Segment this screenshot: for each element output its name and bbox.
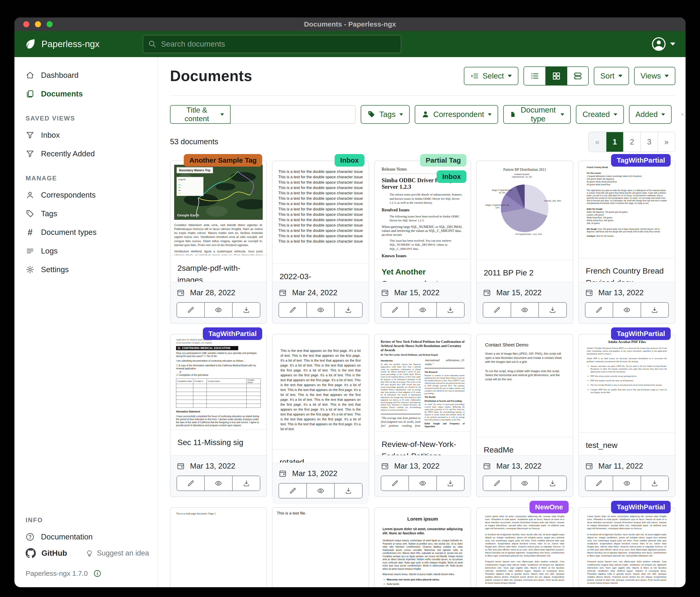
document-thumbnail[interactable]: This is a multi page document. Page 1. — [171, 508, 267, 587]
sidebar-item-github[interactable]: GitHub — [26, 548, 67, 558]
document-title[interactable]: French Country Bread Revised.docx — [579, 258, 675, 282]
view-list-button[interactable] — [524, 67, 545, 85]
document-title[interactable]: Review-of-New-York-Federal-Petitions-art… — [375, 432, 471, 455]
preview-button[interactable] — [613, 476, 641, 491]
document-title[interactable]: rotated — [272, 450, 368, 462]
document-card[interactable]: Review of New York Federal Petitions for… — [374, 334, 471, 497]
document-card[interactable]: TagWithPartial Adobe Acrobat PDF Files A… — [578, 334, 675, 497]
download-button[interactable] — [641, 476, 668, 491]
sidebar-item-document-types[interactable]: # Document types — [26, 225, 150, 240]
download-button[interactable] — [334, 303, 362, 317]
document-thumbnail[interactable]: This is a test file. — [272, 508, 368, 587]
pagination-page-2[interactable]: 2 — [623, 132, 641, 152]
document-title[interactable]: 2sample-pdf-with-images — [171, 256, 267, 282]
sidebar-item-logs[interactable]: Logs — [26, 243, 150, 258]
document-card[interactable]: This is the text that appears on the fir… — [272, 334, 369, 497]
document-title[interactable]: test_new — [579, 433, 675, 455]
close-button[interactable] — [23, 21, 29, 27]
preview-button[interactable] — [204, 303, 232, 317]
edit-button[interactable] — [585, 303, 613, 317]
sidebar-item-documentation[interactable]: Documentation — [26, 529, 150, 544]
document-title[interactable]: Yet Another Correspondent: Testing Email — [375, 259, 471, 282]
pagination-last[interactable]: » — [658, 132, 675, 152]
edit-button[interactable] — [585, 476, 613, 491]
sidebar-item-settings[interactable]: Settings — [26, 262, 150, 277]
edit-button[interactable] — [381, 476, 408, 491]
tag-badge[interactable]: TagWithPartial — [611, 501, 671, 514]
download-button[interactable] — [334, 483, 362, 498]
zoom-button[interactable] — [47, 21, 53, 27]
sort-button[interactable]: Sort — [594, 67, 629, 85]
sidebar-item-documents[interactable]: Documents — [26, 87, 150, 101]
document-card[interactable]: Patient BP Distribution 2011 Isolated Sy… — [476, 161, 573, 324]
views-button[interactable]: Views — [634, 67, 675, 85]
preview-button[interactable] — [204, 476, 232, 491]
preview-button[interactable] — [306, 303, 334, 317]
document-thumbnail[interactable]: Contact Sheet Demo Given a set of image … — [477, 334, 573, 437]
edit-button[interactable] — [177, 303, 204, 317]
view-grid-button[interactable] — [545, 67, 567, 85]
edit-button[interactable] — [483, 303, 510, 317]
edit-button[interactable] — [177, 476, 204, 491]
pagination-page-1[interactable]: 1 — [606, 132, 623, 152]
tag-badge[interactable]: TagWithPartial — [203, 327, 262, 340]
document-card[interactable]: This is a multi page document. Page 1. m… — [170, 507, 267, 587]
document-type-filter-button[interactable]: Document type — [503, 105, 571, 124]
title-content-dropdown[interactable]: Title & content — [170, 105, 230, 124]
title-content-input[interactable] — [230, 105, 356, 124]
sidebar-item-correspondents[interactable]: Correspondents — [26, 188, 150, 202]
document-thumbnail[interactable]: Patient BP Distribution 2011 Isolated Sy… — [477, 161, 573, 260]
correspondent-filter-button[interactable]: Correspondent — [415, 105, 498, 124]
search-input[interactable] — [160, 39, 396, 49]
view-detail-button[interactable] — [567, 67, 588, 85]
download-button[interactable] — [232, 476, 260, 491]
document-thumbnail[interactable]: Lorem ipsum Lorem ipsum dolor sit amet, … — [375, 508, 471, 587]
added-filter-button[interactable]: Added — [629, 105, 672, 124]
preview-button[interactable] — [511, 303, 539, 317]
document-card[interactable]: This is a test file. simple txt file — [272, 507, 369, 587]
document-card[interactable]: Partial Tag Inbox Release Notes Simba OD… — [374, 161, 471, 324]
sidebar-item-dashboard[interactable]: Dashboard — [26, 68, 150, 83]
download-button[interactable] — [641, 303, 668, 317]
edit-button[interactable] — [279, 483, 306, 498]
user-menu[interactable] — [652, 37, 675, 51]
preview-button[interactable] — [408, 476, 436, 491]
minimize-button[interactable] — [35, 21, 41, 27]
sidebar-item-recently-added[interactable]: Recently Added — [26, 146, 150, 161]
document-title[interactable]: Sec 11-Missing sig — [171, 430, 267, 455]
document-title[interactable]: 2011 BP Pie 2 — [477, 260, 573, 282]
pagination-first[interactable]: « — [589, 132, 606, 152]
document-card[interactable]: Another Sample Tag Boundary — [170, 161, 267, 324]
suggest-idea-link[interactable]: Suggest an idea — [85, 549, 149, 557]
document-thumbnail[interactable]: This is a test for the double space char… — [272, 161, 368, 264]
download-button[interactable] — [436, 476, 464, 491]
document-thumbnail[interactable]: Adobe Acrobat PDF Files Adobe® Portable … — [579, 334, 675, 433]
tag-badge[interactable]: Inbox — [335, 154, 365, 167]
created-filter-button[interactable]: Created — [576, 105, 624, 124]
document-card[interactable]: Lorem ipsum Lorem ipsum dolor sit amet, … — [374, 507, 471, 587]
document-thumbnail[interactable]: Application for Medical Staff Members Go… — [171, 334, 267, 430]
tag-badge[interactable]: Partial Tag — [420, 154, 467, 167]
edit-button[interactable] — [279, 303, 306, 317]
document-card[interactable]: Inbox This is a test for the double spac… — [272, 161, 369, 324]
document-title[interactable]: ReadMe — [477, 437, 573, 455]
download-button[interactable] — [232, 303, 260, 317]
sidebar-item-inbox[interactable]: Inbox — [26, 128, 150, 143]
document-thumbnail[interactable]: Lorem ipsum dolor sit amet, consectetur … — [579, 508, 675, 587]
tag-badge[interactable]: TagWithPartial — [611, 327, 671, 340]
select-button[interactable]: Select — [464, 67, 518, 85]
document-thumbnail[interactable]: Lorem ipsum dolor sit amet, consectetur … — [477, 508, 573, 587]
tag-badge[interactable]: TagWithPartial — [611, 154, 671, 167]
edit-button[interactable] — [381, 303, 408, 317]
download-button[interactable] — [539, 476, 566, 491]
document-title[interactable]: 2022-03-24+Sonstige+ScanPC2022-03-24_081… — [272, 264, 368, 282]
document-card[interactable]: TagWithPartial French Country Bread For … — [578, 161, 675, 324]
tag-badge[interactable]: Another Sample Tag — [184, 154, 262, 167]
tags-filter-button[interactable]: Tags — [361, 105, 409, 124]
brand[interactable]: Paperless-ngx — [25, 38, 99, 50]
correspondent-link[interactable]: Yet Another Correspondent — [382, 267, 439, 282]
document-card[interactable]: NewOne Lorem ipsum dolor sit amet, conse… — [476, 507, 573, 587]
preview-button[interactable] — [511, 476, 539, 491]
sidebar-item-tags[interactable]: Tags — [26, 206, 150, 221]
document-card[interactable]: TagWithPartial Application for Medical S… — [170, 334, 267, 497]
